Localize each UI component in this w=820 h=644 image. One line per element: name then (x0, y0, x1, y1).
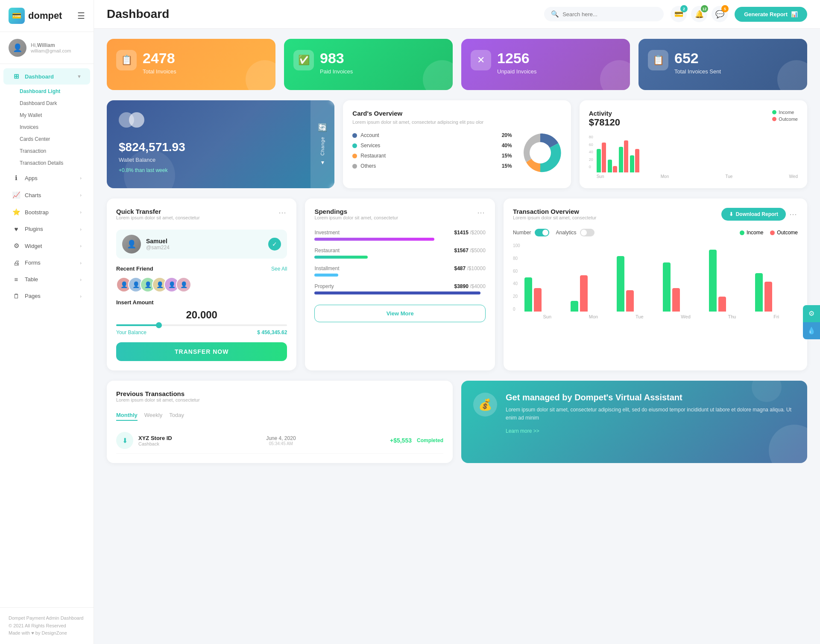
friend-avatar-6[interactable]: 👤 (176, 277, 191, 292)
sidebar-item-table[interactable]: ≡ Table › (3, 271, 90, 287)
wallet-icon-button[interactable]: 💳 2 (671, 6, 687, 22)
search-input[interactable] (562, 11, 639, 17)
sidebar-item-apps[interactable]: ℹ Apps › (3, 170, 90, 186)
cards-overview-item-others: Others 15% (352, 163, 512, 169)
sidebar-item-label: Pages (25, 293, 41, 299)
bar-income (617, 256, 624, 312)
analytics-toggle[interactable] (580, 229, 594, 236)
content-area: 📋 2478 Total Invoices ✅ 983 Paid Invoice… (94, 29, 820, 644)
pie-chart (519, 131, 562, 174)
txn-overview-subtitle: Lorem ipsum dolor sit amet, consectetur (513, 215, 597, 220)
sub-item-transaction-details[interactable]: Transaction Details (15, 157, 94, 169)
virtual-assistant-icon: 💰 (473, 393, 497, 417)
insert-amount-label: Insert Amount (116, 299, 287, 306)
chevron-right-icon: › (80, 192, 82, 198)
sidebar-item-pages[interactable]: 🗒 Pages › (3, 288, 90, 304)
download-report-button[interactable]: ⬇ Download Report (721, 208, 786, 221)
restaurant-dot (352, 154, 357, 158)
spending-meta: Restaurant $1567 /$5000 (314, 248, 485, 254)
x-label-mon: Mon (589, 314, 598, 319)
hamburger-icon[interactable]: ☰ (77, 11, 85, 21)
svg-point-0 (530, 142, 551, 163)
learn-more-link[interactable]: Learn more >> (506, 428, 795, 434)
quick-transfer-card: Quick Transfer Lorem ipsum dolor sit ame… (107, 198, 296, 370)
x-label-sun: Sun (597, 174, 604, 179)
spending-label: Installment (314, 265, 339, 271)
side-actions: ⚙ 💧 (803, 305, 820, 339)
x-label-tue: Tue (725, 174, 732, 179)
sidebar-item-plugins[interactable]: ♥ Plugins › (3, 221, 90, 237)
view-more-button[interactable]: View More (314, 305, 485, 322)
cards-overview-list: Account 20% Services 40% Restaurant 15% (352, 132, 512, 173)
toggle-knob (581, 230, 587, 236)
settings-side-button[interactable]: ⚙ (803, 305, 820, 322)
refresh-icon: 🔄 (318, 123, 327, 132)
x-label-wed: Wed (789, 174, 798, 179)
tab-monthly[interactable]: Monthly (116, 412, 138, 421)
outcome-label: Outcome (779, 117, 798, 122)
dashboard-submenu: Dashboard Light Dashboard Dark My Wallet… (0, 85, 94, 169)
chevron-right-icon: › (80, 243, 82, 248)
spending-restaurant: Restaurant $1567 /$5000 (314, 248, 485, 259)
spendings-more-options-icon[interactable]: ⋯ (477, 208, 486, 217)
notification-icon-button[interactable]: 🔔 12 (691, 6, 707, 22)
sub-item-my-wallet[interactable]: My Wallet (15, 109, 94, 121)
spending-meta: Investment $1415 /$2000 (314, 230, 485, 236)
page-title: Dashboard (107, 7, 169, 21)
sub-item-dashboard-light[interactable]: Dashboard Light (15, 85, 94, 97)
prev-txn-header: Previous Transactions Lorem ipsum dolor … (116, 390, 443, 409)
chevron-right-icon: › (80, 175, 82, 181)
txn-header-actions: ⬇ Download Report ⋯ (721, 208, 798, 221)
unpaid-invoices-label: Unpaid Invoices (497, 68, 537, 75)
topbar-icons: 💳 2 🔔 12 💬 5 (671, 6, 728, 22)
see-all-link[interactable]: See All (271, 266, 287, 272)
generate-report-button[interactable]: Generate Report 📊 (735, 7, 807, 22)
pages-icon: 🗒 (12, 292, 20, 300)
wallet-bg-blob (124, 150, 175, 188)
sidebar-item-widget[interactable]: ⚙ Widget › (3, 238, 90, 254)
x-label-mon: Mon (661, 174, 669, 179)
virtual-assistant-card: 💰 Get managed by Dompet's Virtual Assist… (461, 381, 807, 463)
tab-today[interactable]: Today (169, 412, 184, 421)
number-toggle[interactable] (535, 229, 549, 236)
number-label: Number (513, 230, 531, 236)
widget-icon: ⚙ (12, 242, 20, 250)
slider-thumb[interactable] (156, 322, 162, 328)
sidebar-item-label: Forms (25, 259, 41, 266)
dashboard-icon: ⊞ (12, 73, 20, 80)
sidebar-item-dashboard[interactable]: ⊞ Dashboard ▼ (3, 68, 90, 85)
transaction-overview-card: Transaction Overview Lorem ipsum dolor s… (504, 198, 807, 370)
wallet-change-button[interactable]: 🔄 Change ▼ (310, 100, 334, 188)
sidebar-item-forms[interactable]: 🖨 Forms › (3, 255, 90, 271)
sub-item-transaction[interactable]: Transaction (15, 145, 94, 157)
sidebar-item-bootstrap[interactable]: ⭐ Bootstrap › (3, 204, 90, 220)
chevron-down-icon: ▼ (320, 160, 325, 166)
theme-side-button[interactable]: 💧 (803, 322, 820, 339)
chat-icon-button[interactable]: 💬 5 (712, 6, 728, 22)
bar-chart-small (597, 138, 798, 172)
txn-legend: Income Outcome (740, 230, 798, 236)
download-icon: ⬇ (729, 211, 733, 217)
outcome-legend-dot (770, 230, 775, 235)
bar-group-tue (619, 140, 628, 172)
sub-item-invoices[interactable]: Invoices (15, 121, 94, 133)
sidebar-item-charts[interactable]: 📈 Charts › (3, 187, 90, 203)
sub-item-dashboard-dark[interactable]: Dashboard Dark (15, 97, 94, 109)
txn-bar-chart (524, 243, 798, 312)
wallet-card: $824,571.93 Wallet Balance +0.8% than la… (107, 100, 334, 188)
tab-weekly[interactable]: Weekly (144, 412, 162, 421)
transfer-now-button[interactable]: TRANSFER NOW (116, 342, 287, 361)
sub-item-cards-center[interactable]: Cards Center (15, 133, 94, 145)
txn-more-options-icon[interactable]: ⋯ (789, 210, 798, 219)
unpaid-invoices-num: 1256 (497, 50, 537, 67)
restaurant-pct: 15% (502, 153, 512, 159)
activity-header: Activity $78120 Income Outcome (589, 110, 798, 128)
amount-slider[interactable] (116, 324, 287, 326)
income-label: Income (779, 110, 794, 115)
middle-row: $824,571.93 Wallet Balance +0.8% than la… (107, 100, 807, 188)
account-label: Account (360, 132, 379, 138)
services-label: Services (360, 143, 380, 149)
more-options-icon[interactable]: ⋯ (278, 208, 287, 217)
bar-outcome (613, 166, 617, 172)
friend-avatars: 👤 👤 👤 👤 👤 👤 (116, 277, 287, 292)
